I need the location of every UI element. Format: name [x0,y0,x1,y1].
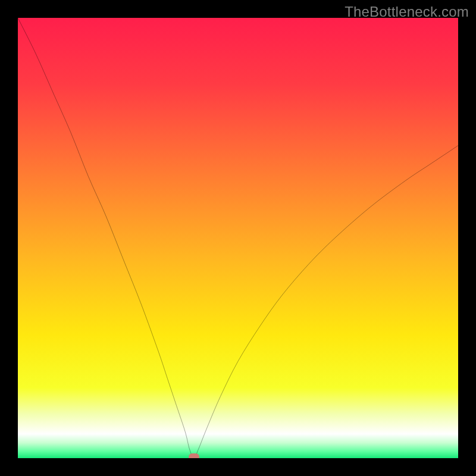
plot-area [18,18,458,458]
watermark-text: TheBottleneck.com [345,4,469,20]
optimal-point-marker [189,453,199,458]
bottleneck-curve [18,18,458,458]
chart-frame: TheBottleneck.com [0,0,476,476]
